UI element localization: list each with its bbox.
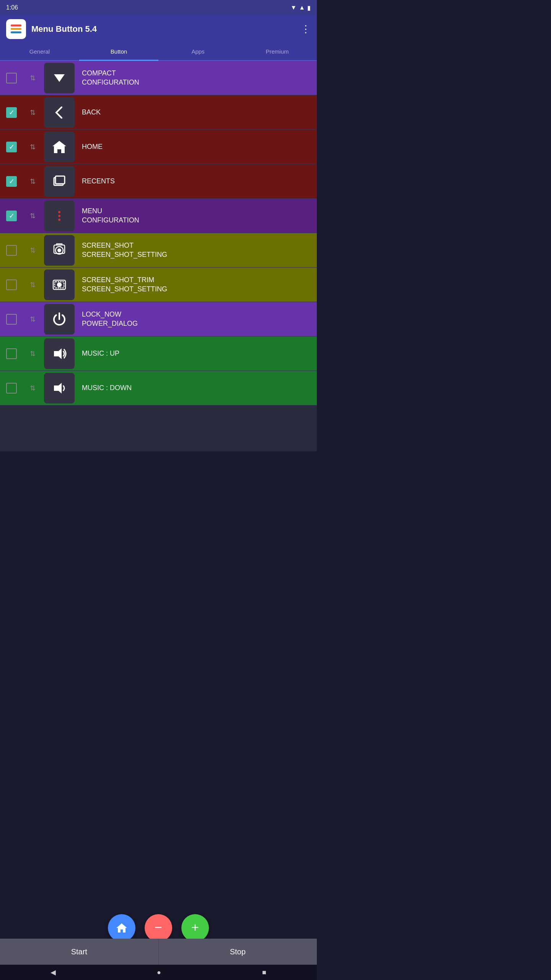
checkbox[interactable] <box>0 73 23 83</box>
action-icon <box>44 270 75 300</box>
sort-icon: ⇅ <box>30 143 36 151</box>
svg-point-6 <box>58 211 60 213</box>
action-icon <box>44 132 75 162</box>
checkbox-box[interactable]: ✓ <box>6 211 17 221</box>
checkbox[interactable]: ✓ <box>0 211 23 221</box>
check-icon: ✓ <box>9 108 15 117</box>
list-item: ✓⇅MENU CONFIGURATION <box>0 199 317 233</box>
svg-marker-16 <box>54 383 62 394</box>
checkbox[interactable]: ✓ <box>0 107 23 118</box>
item-label: RECENTS <box>77 177 317 186</box>
svg-marker-15 <box>54 348 62 359</box>
svg-rect-0 <box>11 24 21 26</box>
checkbox[interactable] <box>0 279 23 290</box>
checkbox-box[interactable] <box>6 383 17 394</box>
tab-premium[interactable]: Premium <box>238 43 317 60</box>
sort-arrows[interactable]: ⇅ <box>23 281 42 289</box>
checkbox[interactable]: ✓ <box>0 176 23 187</box>
status-time: 1:06 <box>6 4 18 11</box>
tab-general[interactable]: General <box>0 43 79 60</box>
list-item: ✓⇅HOME <box>0 130 317 164</box>
sort-arrows[interactable]: ⇅ <box>23 108 42 117</box>
wifi-icon: ▼ <box>290 4 297 11</box>
checkbox[interactable] <box>0 314 23 325</box>
item-label: COMPACT CONFIGURATION <box>77 69 317 87</box>
checkbox-box[interactable] <box>6 314 17 325</box>
svg-point-7 <box>58 215 60 217</box>
list-item: ⇅MUSIC : UP <box>0 336 317 371</box>
check-icon: ✓ <box>9 212 15 220</box>
check-icon: ✓ <box>9 143 15 151</box>
item-label: MUSIC : DOWN <box>77 384 317 392</box>
sort-icon: ⇅ <box>30 212 36 220</box>
action-icon <box>44 235 75 266</box>
checkbox-box[interactable] <box>6 279 17 290</box>
checkbox-box[interactable]: ✓ <box>6 176 17 187</box>
more-options-icon[interactable]: ⋮ <box>301 23 311 35</box>
sort-icon: ⇅ <box>30 108 36 117</box>
item-label: SCREEN_SHOT_TRIM SCREEN_SHOT_SETTING <box>77 276 317 294</box>
item-label: MENU CONFIGURATION <box>77 207 317 225</box>
svg-point-14 <box>57 283 61 287</box>
list-item: ✓⇅BACK <box>0 95 317 130</box>
status-icons: ▼ ▲ ▮ <box>290 4 311 11</box>
action-icon <box>44 97 75 128</box>
signal-icon: ▲ <box>299 4 305 11</box>
sort-icon: ⇅ <box>30 315 36 323</box>
sort-icon: ⇅ <box>30 74 36 82</box>
action-icon <box>44 338 75 369</box>
list-item: ⇅SCREEN_SHOT_TRIM SCREEN_SHOT_SETTING <box>0 268 317 302</box>
sort-arrows[interactable]: ⇅ <box>23 384 42 392</box>
check-icon: ✓ <box>9 177 15 186</box>
sort-icon: ⇅ <box>30 177 36 186</box>
checkbox-box[interactable]: ✓ <box>6 107 17 118</box>
checkbox[interactable] <box>0 348 23 359</box>
sort-arrows[interactable]: ⇅ <box>23 350 42 358</box>
checkbox-box[interactable] <box>6 348 17 359</box>
sort-icon: ⇅ <box>30 281 36 289</box>
svg-marker-3 <box>54 74 65 82</box>
app-bar: Menu Button 5.4 ⋮ <box>0 15 317 43</box>
list-item: ✓⇅RECENTS <box>0 164 317 199</box>
list-item: ⇅LOCK_NOW POWER_DIALOG <box>0 302 317 336</box>
action-icon <box>44 304 75 335</box>
sort-arrows[interactable]: ⇅ <box>23 246 42 255</box>
checkbox[interactable] <box>0 383 23 394</box>
sort-icon: ⇅ <box>30 246 36 255</box>
app-title: Menu Button 5.4 <box>31 24 295 34</box>
battery-icon: ▮ <box>307 4 311 11</box>
action-icon <box>44 63 75 93</box>
list-item: ⇅COMPACT CONFIGURATION <box>0 61 317 95</box>
checkbox-box[interactable] <box>6 73 17 83</box>
checkbox[interactable] <box>0 245 23 256</box>
checkbox-box[interactable] <box>6 245 17 256</box>
tab-button[interactable]: Button <box>79 43 158 60</box>
tab-apps[interactable]: Apps <box>158 43 238 60</box>
svg-point-10 <box>57 248 61 252</box>
list-item: ⇅MUSIC : DOWN <box>0 371 317 405</box>
action-icon <box>44 201 75 231</box>
item-label: MUSIC : UP <box>77 349 317 358</box>
tab-bar: General Button Apps Premium <box>0 43 317 61</box>
svg-rect-2 <box>11 31 21 33</box>
item-label: SCREEN_SHOT SCREEN_SHOT_SETTING <box>77 241 317 259</box>
item-list: ⇅COMPACT CONFIGURATION✓⇅BACK✓⇅HOME✓⇅RECE… <box>0 61 317 451</box>
sort-arrows[interactable]: ⇅ <box>23 74 42 82</box>
svg-point-8 <box>58 219 60 221</box>
checkbox[interactable]: ✓ <box>0 142 23 152</box>
sort-arrows[interactable]: ⇅ <box>23 177 42 186</box>
item-label: BACK <box>77 108 317 117</box>
sort-icon: ⇅ <box>30 384 36 392</box>
sort-arrows[interactable]: ⇅ <box>23 315 42 323</box>
sort-icon: ⇅ <box>30 350 36 358</box>
action-icon <box>44 373 75 403</box>
svg-rect-1 <box>11 28 21 30</box>
app-icon <box>6 19 26 39</box>
status-bar: 1:06 ▼ ▲ ▮ <box>0 0 317 15</box>
sort-arrows[interactable]: ⇅ <box>23 212 42 220</box>
sort-arrows[interactable]: ⇅ <box>23 143 42 151</box>
item-label: LOCK_NOW POWER_DIALOG <box>77 310 317 328</box>
action-icon <box>44 166 75 197</box>
list-item: ⇅SCREEN_SHOT SCREEN_SHOT_SETTING <box>0 233 317 268</box>
checkbox-box[interactable]: ✓ <box>6 142 17 152</box>
